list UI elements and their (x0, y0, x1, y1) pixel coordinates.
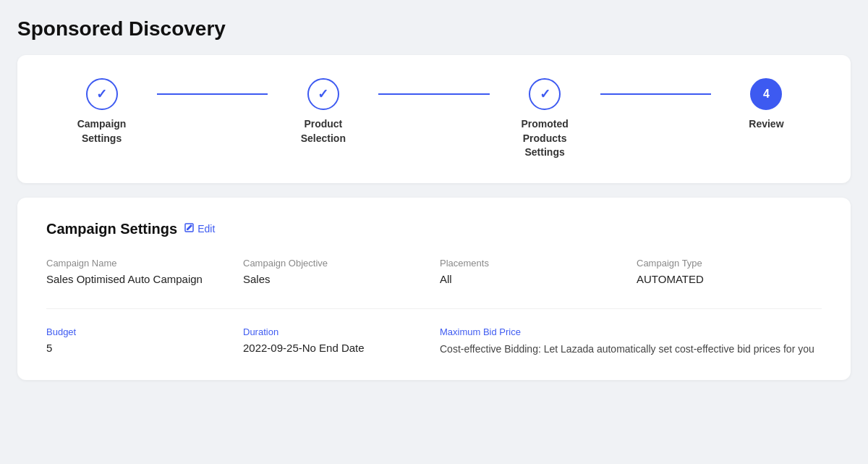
budget-group: Budget 5 (46, 326, 231, 357)
edit-icon (184, 223, 195, 235)
step-circle-1: ✓ (86, 78, 118, 110)
campaign-type-value: AUTOMATED (637, 273, 822, 285)
edit-label: Edit (197, 223, 215, 235)
duration-value: 2022-09-25-No End Date (243, 342, 428, 354)
step-campaign-settings: ✓ CampaignSettings (46, 78, 157, 145)
stepper: ✓ CampaignSettings ✓ ProductSelection ✓ … (46, 78, 822, 160)
page-title: Sponsored Discovery (17, 17, 851, 41)
step-label-2: ProductSelection (301, 117, 346, 145)
campaign-objective-label: Campaign Objective (243, 258, 428, 269)
campaign-objective-value: Sales (243, 273, 428, 285)
step-product-selection: ✓ ProductSelection (268, 78, 378, 145)
step-label-1: CampaignSettings (77, 117, 127, 145)
max-bid-label: Maximum Bid Price (440, 326, 822, 337)
divider (46, 308, 822, 309)
campaign-settings-card: Campaign Settings Edit Campaign Name Sal… (17, 198, 851, 380)
campaign-objective-group: Campaign Objective Sales (243, 258, 428, 285)
checkmark-icon-1: ✓ (96, 86, 107, 102)
step-circle-3: ✓ (529, 78, 561, 110)
campaign-info-row-1: Campaign Name Sales Optimised Auto Campa… (46, 258, 822, 285)
step-promoted-products: ✓ PromotedProductsSettings (490, 78, 600, 160)
checkmark-icon-3: ✓ (540, 86, 550, 102)
step-label-4: Review (749, 117, 783, 132)
budget-label: Budget (46, 326, 231, 337)
campaign-settings-title: Campaign Settings (46, 221, 177, 237)
step-label-3: PromotedProductsSettings (521, 117, 568, 160)
step-review: 4 Review (711, 78, 822, 132)
connector-2-3 (378, 93, 489, 95)
budget-value: 5 (46, 342, 231, 354)
placements-group: Placements All (440, 258, 625, 285)
step-number-4: 4 (763, 88, 770, 101)
campaign-name-value: Sales Optimised Auto Campaign (46, 273, 231, 285)
max-bid-group: Maximum Bid Price Cost-effective Bidding… (440, 326, 822, 357)
step-circle-4: 4 (750, 78, 782, 110)
section-header: Campaign Settings Edit (46, 221, 822, 237)
checkmark-icon-2: ✓ (318, 86, 328, 102)
campaign-name-label: Campaign Name (46, 258, 231, 269)
campaign-info-row-2: Budget 5 Duration 2022-09-25-No End Date… (46, 326, 822, 357)
campaign-type-label: Campaign Type (637, 258, 822, 269)
duration-label: Duration (243, 326, 428, 337)
placements-value: All (440, 273, 625, 285)
campaign-type-group: Campaign Type AUTOMATED (637, 258, 822, 285)
step-circle-2: ✓ (307, 78, 339, 110)
placements-label: Placements (440, 258, 625, 269)
connector-1-2 (157, 93, 268, 95)
campaign-name-group: Campaign Name Sales Optimised Auto Campa… (46, 258, 231, 285)
connector-3-4 (600, 93, 711, 95)
stepper-card: ✓ CampaignSettings ✓ ProductSelection ✓ … (17, 55, 851, 183)
edit-button[interactable]: Edit (184, 223, 215, 235)
max-bid-value: Cost-effective Bidding: Let Lazada autom… (440, 342, 822, 357)
duration-group: Duration 2022-09-25-No End Date (243, 326, 428, 357)
